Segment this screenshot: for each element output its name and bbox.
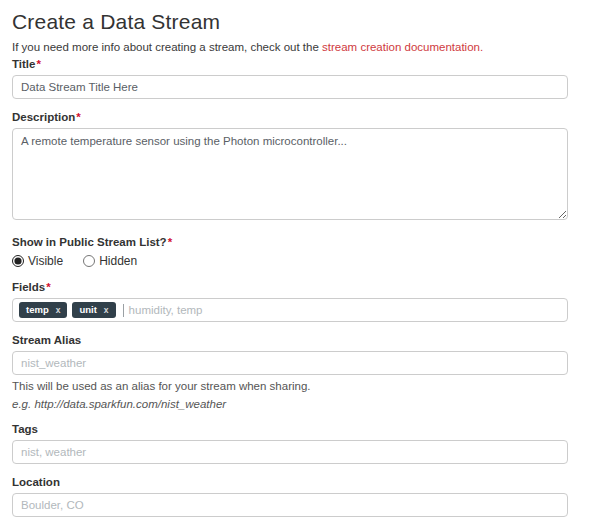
required-asterisk: * bbox=[168, 236, 172, 248]
required-asterisk: * bbox=[36, 58, 40, 70]
title-group: Title* bbox=[12, 58, 568, 99]
visibility-label: Show in Public Stream List?* bbox=[12, 236, 568, 249]
remove-tag-icon[interactable]: x bbox=[56, 306, 61, 315]
location-group: Location bbox=[12, 476, 568, 517]
description-textarea[interactable]: A remote temperature sensor using the Ph… bbox=[12, 128, 568, 220]
field-tag-temp: temp x bbox=[19, 302, 67, 318]
create-data-stream-page: Create a Data Stream If you need more in… bbox=[12, 10, 568, 526]
visible-radio[interactable] bbox=[12, 255, 24, 267]
visibility-radio-row: Visible Hidden bbox=[12, 253, 568, 269]
tags-group: Tags bbox=[12, 423, 568, 464]
title-input[interactable] bbox=[12, 75, 568, 99]
visibility-option-visible[interactable]: Visible bbox=[12, 254, 63, 268]
text-caret bbox=[123, 304, 124, 317]
field-tag-unit: unit x bbox=[72, 302, 115, 318]
intro-prefix: If you need more info about creating a s… bbox=[12, 41, 322, 53]
intro-text: If you need more info about creating a s… bbox=[12, 40, 568, 54]
visibility-group: Show in Public Stream List?* Visible Hid… bbox=[12, 236, 568, 269]
alias-group: Stream Alias This will be used as an ali… bbox=[12, 334, 568, 411]
alias-help-text: This will be used as an alias for your s… bbox=[12, 380, 568, 393]
stream-docs-link[interactable]: stream creation documentation. bbox=[322, 41, 483, 53]
fields-tags-input[interactable]: temp x unit x humidity, temp bbox=[12, 298, 568, 322]
alias-label: Stream Alias bbox=[12, 334, 568, 347]
fields-label: Fields* bbox=[12, 281, 568, 294]
alias-input[interactable] bbox=[12, 351, 568, 375]
hidden-radio[interactable] bbox=[83, 255, 95, 267]
alias-example-text: e.g. http://data.sparkfun.com/nist_weath… bbox=[12, 398, 568, 411]
page-title: Create a Data Stream bbox=[12, 10, 568, 34]
fields-placeholder: humidity, temp bbox=[129, 304, 203, 316]
required-asterisk: * bbox=[46, 281, 50, 293]
visibility-option-hidden[interactable]: Hidden bbox=[83, 254, 137, 268]
description-group: Description* A remote temperature sensor… bbox=[12, 111, 568, 224]
tags-input[interactable] bbox=[12, 440, 568, 464]
location-input[interactable] bbox=[12, 493, 568, 517]
description-label: Description* bbox=[12, 111, 568, 124]
title-label: Title* bbox=[12, 58, 568, 71]
fields-group: Fields* temp x unit x humidity, temp bbox=[12, 281, 568, 322]
location-label: Location bbox=[12, 476, 568, 489]
tags-label: Tags bbox=[12, 423, 568, 436]
remove-tag-icon[interactable]: x bbox=[104, 306, 109, 315]
required-asterisk: * bbox=[76, 111, 80, 123]
